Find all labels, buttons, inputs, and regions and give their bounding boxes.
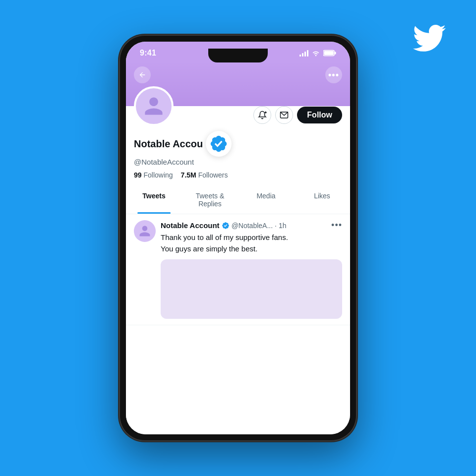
profile-section: Follow Notable Accou @NotableAccount [126, 106, 350, 185]
profile-name-row: Notable Accou [134, 131, 342, 157]
tweet-header: Notable Account @NotableA... · 1h ••• [161, 220, 342, 231]
tab-media[interactable]: Media [238, 185, 294, 214]
profile-actions: Follow [253, 106, 342, 126]
tweet-verified-icon [222, 222, 230, 230]
tweet-content: Notable Account @NotableA... · 1h ••• Th… [161, 220, 342, 319]
tweet-avatar [134, 220, 156, 242]
following-stat: 99 Following [134, 171, 173, 179]
tweet-text: Thank you to all of my supportive fans. … [161, 232, 342, 254]
status-time: 9:41 [140, 49, 156, 58]
profile-stats: 99 Following 7.5M Followers [134, 171, 342, 179]
following-label: Following [143, 171, 173, 179]
tab-tweets[interactable]: Tweets [126, 185, 182, 214]
phone-screen: 9:41 [126, 42, 350, 434]
tweet-author-name: Notable Account [161, 221, 220, 230]
verified-checkmark-icon [209, 134, 228, 153]
battery-icon [323, 50, 336, 57]
tweet-text-line1: Thank you to all of my supportive fans. [161, 233, 288, 241]
tweet-time: 1h [279, 222, 287, 230]
verified-badge-popup [206, 131, 232, 157]
profile-avatar-area: Follow [134, 86, 342, 126]
following-count: 99 [134, 171, 142, 179]
profile-tabs: Tweets Tweets & Replies Media Likes [126, 185, 350, 214]
followers-label: Followers [198, 171, 228, 179]
tweet-dot: · [275, 222, 277, 230]
svg-rect-2 [324, 51, 334, 55]
signal-icon [299, 50, 308, 57]
tweet-text-line2: You guys are simply the best. [161, 244, 257, 253]
followers-stat: 7.5M Followers [181, 171, 228, 179]
tweets-list: Notable Account @NotableA... · 1h ••• Th… [126, 214, 350, 434]
wifi-icon [311, 50, 320, 57]
tweet-media-attachment [161, 259, 342, 319]
more-button[interactable]: ••• [325, 66, 342, 83]
notifications-button[interactable] [253, 106, 271, 124]
phone-frame: 9:41 [119, 35, 357, 441]
phone-notch [208, 49, 268, 62]
svg-rect-1 [335, 52, 336, 55]
tweet-item: Notable Account @NotableA... · 1h ••• Th… [126, 214, 350, 325]
profile-handle: @NotableAccount [134, 158, 342, 166]
tweet-handle: @NotableA... [232, 222, 273, 230]
profile-name: Notable Accou [134, 138, 203, 150]
tab-tweets-replies[interactable]: Tweets & Replies [182, 185, 238, 214]
follow-button[interactable]: Follow [297, 107, 342, 123]
profile-avatar [134, 86, 174, 126]
tab-likes[interactable]: Likes [294, 185, 350, 214]
phone-mockup: 9:41 [119, 35, 357, 441]
tweet-more-button[interactable]: ••• [331, 220, 342, 231]
status-icons [299, 50, 336, 57]
message-button[interactable] [275, 106, 293, 124]
twitter-logo [412, 21, 446, 49]
followers-count: 7.5M [181, 171, 196, 179]
back-button[interactable] [134, 66, 151, 83]
